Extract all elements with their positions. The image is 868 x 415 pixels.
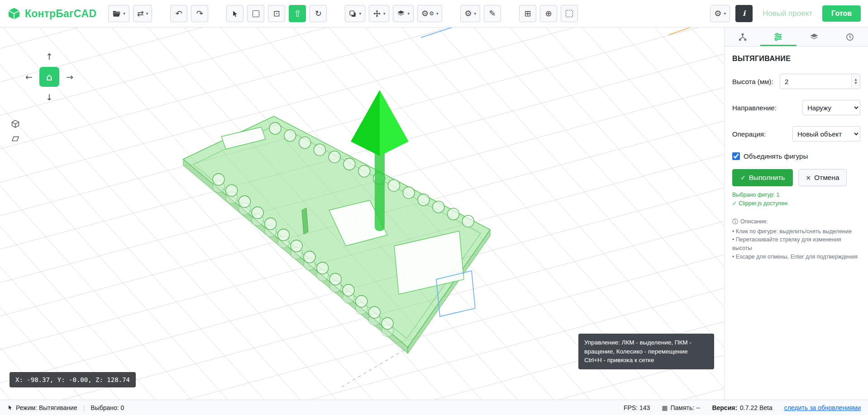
arrow-up-icon: ⇧ <box>294 9 301 18</box>
execute-label: Выполнить <box>749 174 785 182</box>
operations-menu-button[interactable]: ⚙ ⚙ ▾ <box>417 5 442 22</box>
history-clock-icon <box>845 33 854 42</box>
cancel-button[interactable]: × Отмена <box>798 169 846 186</box>
gear-icon: ⚙ <box>714 9 721 18</box>
plane-view-button[interactable] <box>11 134 20 145</box>
chevron-down-icon: ▾ <box>146 11 148 16</box>
viewport[interactable]: ↑ ↓ ← → ⌂ X: -98.37, Y: -0.00, Z: 128.74… <box>0 28 724 400</box>
merge-label: Объединять фигуры <box>744 152 808 160</box>
operation-label: Операция: <box>732 130 766 138</box>
description-block: ⓘ Описание: • Клик по фигуре: выделить/с… <box>732 217 860 261</box>
operation-select[interactable]: Новый объект <box>792 126 860 141</box>
nav-right-button[interactable]: → <box>63 70 76 84</box>
preferences-menu-button[interactable]: ⚙ ▾ <box>710 5 730 22</box>
gear-icon: ⚙ <box>421 9 429 18</box>
clipper-status-note: ✓ Clipper.js доступен <box>732 200 860 207</box>
main-toolbar: КонтрБагCAD ▾ ⇄ ▾ ↶ ↷ ⊡ <box>0 0 868 28</box>
array-menu-button[interactable]: ▾ <box>393 5 414 22</box>
nav-left-button[interactable]: ← <box>22 70 36 84</box>
clone-icon <box>349 10 357 18</box>
direction-select[interactable]: Наружу <box>802 100 860 115</box>
check-icon: ✓ <box>740 174 746 181</box>
import-export-button[interactable]: ⇄ ▾ <box>133 5 153 22</box>
controls-tooltip: Управление: ЛКМ - выделение, ПКМ - враще… <box>578 334 714 369</box>
tab-structure[interactable] <box>725 28 760 46</box>
dashed-square-icon <box>566 10 573 17</box>
direction-label: Направление: <box>732 104 777 112</box>
version-value: 0.7.22 Beta <box>740 404 773 411</box>
nav-gizmo: ↑ ↓ ← → ⌂ <box>21 49 77 105</box>
info-button[interactable]: i <box>735 5 753 22</box>
panel-title: ВЫТЯГИВАНИЕ <box>732 55 860 63</box>
tab-history[interactable] <box>832 28 868 46</box>
ready-button[interactable]: Готов <box>822 5 861 22</box>
grid-icon: ⊞ <box>525 9 531 18</box>
tab-layers[interactable] <box>796 28 832 46</box>
chevron-down-icon: ▾ <box>123 11 125 16</box>
memory-chip-icon: ▦ <box>662 404 668 411</box>
crosshair-icon: ⊕ <box>545 9 552 18</box>
square-icon <box>253 10 259 17</box>
measure-tool-button[interactable]: ✎ <box>484 5 501 22</box>
height-stepper[interactable]: ▲ ▼ <box>851 74 860 89</box>
description-item: • Перетаскивайте стрелку для изменения в… <box>732 236 860 253</box>
rect-select-tool-button[interactable] <box>247 5 264 22</box>
controls-tooltip-line2: Ctrl+H - привязка к сетке <box>584 356 708 365</box>
undo-button[interactable]: ↶ <box>170 5 187 22</box>
app-title: КонтрБагCAD <box>25 8 96 20</box>
spinner-up-icon[interactable]: ▲ <box>854 78 857 81</box>
spinner-down-icon[interactable]: ▼ <box>854 81 857 85</box>
view-toggles <box>11 119 20 145</box>
refresh-icon: ↻ <box>315 9 322 18</box>
chevron-down-icon: ▾ <box>474 11 477 16</box>
snap-toggle-button[interactable]: ⊕ <box>540 5 557 22</box>
redo-button[interactable]: ↷ <box>191 5 208 22</box>
controls-tooltip-line1: Управление: ЛКМ - выделение, ПКМ - враще… <box>584 338 708 356</box>
merge-checkbox[interactable] <box>732 152 740 160</box>
info-icon: i <box>743 10 745 17</box>
chevron-down-icon: ▾ <box>383 11 386 16</box>
hierarchy-icon <box>738 33 747 42</box>
chevron-down-icon: ▾ <box>407 11 410 16</box>
perspective-view-button[interactable] <box>11 119 20 130</box>
settings-menu-button[interactable]: ⚙ ▾ <box>460 5 480 22</box>
pencil-icon: ✎ <box>489 9 496 18</box>
project-name: Новый проект <box>763 9 812 18</box>
nav-up-button[interactable]: ↑ <box>43 50 56 63</box>
updates-link[interactable]: следить за обновлениями <box>784 404 861 411</box>
cursor-icon <box>7 405 13 410</box>
frame-select-button[interactable] <box>561 5 578 22</box>
cube-icon <box>11 119 20 128</box>
memory-readout: Память: -- <box>671 404 701 411</box>
extrude-tool-button[interactable]: ⇧ <box>289 5 306 22</box>
sliders-icon <box>773 32 783 42</box>
description-title: Описание: <box>740 217 768 226</box>
status-bar: Режим: Вытягивание | Выбрано: 0 FPS: 143… <box>0 400 868 415</box>
fps-counter: FPS: 143 <box>624 404 650 411</box>
clone-menu-button[interactable]: ▾ <box>345 5 365 22</box>
home-view-button[interactable]: ⌂ <box>39 67 59 87</box>
grid-toggle-button[interactable]: ⊞ <box>519 5 536 22</box>
status-selected-count: Выбрано: 0 <box>91 404 124 411</box>
execute-button[interactable]: ✓ Выполнить <box>732 169 793 186</box>
layers-icon <box>810 33 819 42</box>
app-logo: КонтрБагCAD <box>7 7 96 20</box>
tab-properties[interactable] <box>760 28 796 46</box>
box-tool-button[interactable]: ⊡ <box>268 5 285 22</box>
description-item: • Escape для отмены, Enter для подтвержд… <box>732 253 860 261</box>
guide-dashed-line <box>342 347 410 387</box>
selected-figures-note: Выбрано фигур: 1 <box>732 192 860 198</box>
move-icon <box>373 9 381 18</box>
gear-icon: ⚙ <box>464 9 472 18</box>
select-tool-button[interactable] <box>226 5 243 22</box>
sync-button[interactable]: ↻ <box>310 5 327 22</box>
cursor-icon <box>231 10 239 18</box>
height-input[interactable] <box>780 74 860 89</box>
open-file-button[interactable]: ▾ <box>108 5 129 22</box>
nav-down-button[interactable]: ↓ <box>43 90 56 104</box>
chevron-down-icon: ▾ <box>436 11 439 16</box>
move-menu-button[interactable]: ▾ <box>369 5 390 22</box>
status-mode: Режим: Вытягивание <box>16 404 77 411</box>
description-item: • Клик по фигуре: выделить/снять выделен… <box>732 227 860 236</box>
height-label: Высота (мм): <box>732 78 773 85</box>
